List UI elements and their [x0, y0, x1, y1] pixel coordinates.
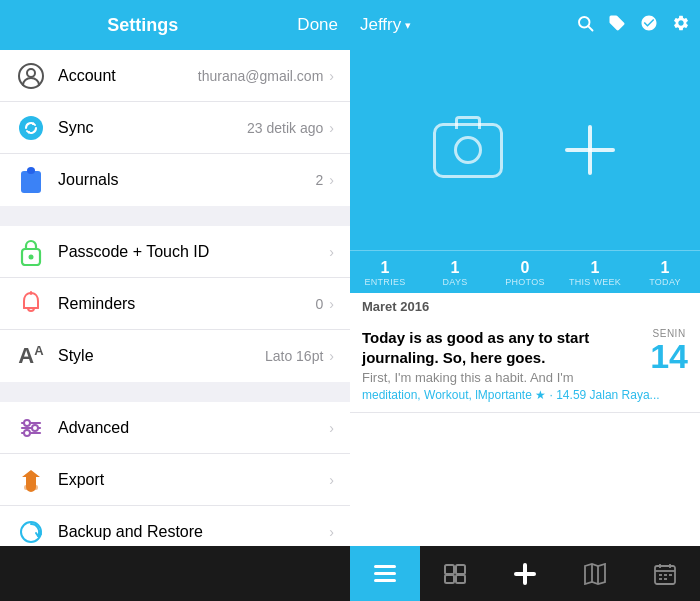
reminders-chevron-icon: › [329, 296, 334, 312]
stat-photos-number: 0 [490, 259, 560, 277]
export-icon [16, 465, 46, 495]
user-chevron-icon: ▾ [405, 19, 411, 32]
sync-chevron-icon: › [329, 120, 334, 136]
add-media-icon[interactable] [563, 123, 618, 178]
nav-map-button[interactable] [560, 546, 630, 601]
account-row[interactable]: Account thurana@gmail.com › [0, 50, 350, 102]
stat-days-number: 1 [420, 259, 490, 277]
passcode-row[interactable]: Passcode + Touch ID › [0, 226, 350, 278]
svg-point-8 [29, 254, 34, 259]
svg-rect-6 [27, 167, 35, 174]
journal-panel: 1 ENTRIES 1 DAYS 0 PHOTOS 1 THIS WEEK 1 … [350, 50, 700, 546]
check-icon[interactable] [640, 14, 658, 37]
journal-entries-list: Maret 2016 Today is as good as any to st… [350, 293, 700, 546]
camera-lens [454, 136, 482, 164]
nav-calendar-button[interactable] [630, 546, 700, 601]
user-menu[interactable]: Jeffry ▾ [360, 15, 411, 35]
advanced-label: Advanced [58, 419, 323, 437]
svg-rect-19 [374, 565, 396, 568]
svg-point-14 [24, 420, 30, 426]
user-name: Jeffry [360, 15, 401, 35]
account-label: Account [58, 67, 198, 85]
entry-preview: First, I'm making this a habit. And I'm [362, 370, 688, 385]
nav-gallery-button[interactable] [420, 546, 490, 601]
stat-days: 1 DAYS [420, 259, 490, 287]
gear-icon[interactable] [672, 14, 690, 37]
reminders-row[interactable]: Reminders 0 › [0, 278, 350, 330]
style-label: Style [58, 347, 265, 365]
svg-rect-21 [374, 579, 396, 582]
svg-rect-5 [21, 171, 41, 193]
journal-entry-card[interactable]: Today is as good as any to start journal… [350, 318, 700, 413]
svg-rect-20 [374, 572, 396, 575]
account-value: thurana@gmail.com [198, 68, 324, 84]
journal-media-area [350, 50, 700, 250]
style-value: Lato 16pt [265, 348, 323, 364]
sync-label: Sync [58, 119, 247, 137]
backup-row[interactable]: Backup and Restore › [0, 506, 350, 546]
nav-add-button[interactable] [490, 546, 560, 601]
nav-list-button[interactable] [350, 546, 420, 601]
entry-month-header: Maret 2016 [350, 293, 700, 318]
passcode-label: Passcode + Touch ID [58, 243, 323, 261]
stats-row: 1 ENTRIES 1 DAYS 0 PHOTOS 1 THIS WEEK 1 … [350, 250, 700, 293]
stat-today: 1 TODAY [630, 259, 700, 287]
sync-row[interactable]: Sync 23 detik ago › [0, 102, 350, 154]
stat-week-label: THIS WEEK [560, 277, 630, 287]
export-chevron-icon: › [329, 472, 334, 488]
entry-title: Today is as good as any to start journal… [362, 328, 688, 367]
section-gap-2 [0, 384, 350, 402]
top-header: Settings Done Jeffry ▾ [0, 0, 700, 50]
svg-marker-28 [585, 564, 605, 584]
entry-date-badge: SENIN 14 [650, 328, 688, 373]
account-icon [16, 61, 46, 91]
bottom-navigation [0, 546, 700, 601]
advanced-row[interactable]: Advanced › [0, 402, 350, 454]
svg-point-3 [27, 69, 35, 77]
settings-panel: Account thurana@gmail.com › Sync 23 deti… [0, 50, 350, 546]
journal-bottom-nav [350, 546, 700, 601]
journals-chevron-icon: › [329, 172, 334, 188]
search-icon[interactable] [576, 14, 594, 37]
export-label: Export [58, 471, 323, 489]
camera-icon[interactable] [433, 123, 503, 178]
other-section: Advanced › Export › [0, 402, 350, 546]
journals-label: Journals [58, 171, 316, 189]
sync-icon [16, 113, 46, 143]
svg-rect-17 [24, 485, 38, 490]
svg-rect-27 [514, 572, 536, 576]
svg-rect-25 [456, 575, 465, 583]
backup-label: Backup and Restore [58, 523, 323, 541]
settings-header: Settings Done [0, 15, 350, 36]
svg-rect-24 [445, 575, 454, 583]
stat-entries-label: ENTRIES [350, 277, 420, 287]
entry-tags: meditation, Workout, lMportante ★ · 14.5… [362, 388, 688, 402]
stat-this-week: 1 THIS WEEK [560, 259, 630, 287]
stat-days-label: DAYS [420, 277, 490, 287]
passcode-chevron-icon: › [329, 244, 334, 260]
stat-today-number: 1 [630, 259, 700, 277]
style-row[interactable]: AA Style Lato 16pt › [0, 330, 350, 382]
reminders-value: 0 [316, 296, 324, 312]
journals-icon [16, 165, 46, 195]
stat-entries-number: 1 [350, 259, 420, 277]
sync-value: 23 detik ago [247, 120, 323, 136]
security-section: Passcode + Touch ID › Reminders 0 › [0, 226, 350, 382]
stat-photos-label: PHOTOS [490, 277, 560, 287]
reminders-label: Reminders [58, 295, 316, 313]
backup-chevron-icon: › [329, 524, 334, 540]
svg-point-15 [32, 425, 38, 431]
style-chevron-icon: › [329, 348, 334, 364]
svg-point-18 [21, 522, 41, 542]
main-content: Account thurana@gmail.com › Sync 23 deti… [0, 50, 700, 546]
tag-icon[interactable] [608, 14, 626, 37]
export-row[interactable]: Export › [0, 454, 350, 506]
settings-title: Settings [0, 15, 285, 36]
passcode-icon [16, 237, 46, 267]
journals-row[interactable]: Journals 2 › [0, 154, 350, 206]
header-action-icons [576, 14, 690, 37]
advanced-icon [16, 413, 46, 443]
stat-photos: 0 PHOTOS [490, 259, 560, 287]
svg-rect-23 [456, 565, 465, 574]
done-button[interactable]: Done [285, 15, 350, 35]
